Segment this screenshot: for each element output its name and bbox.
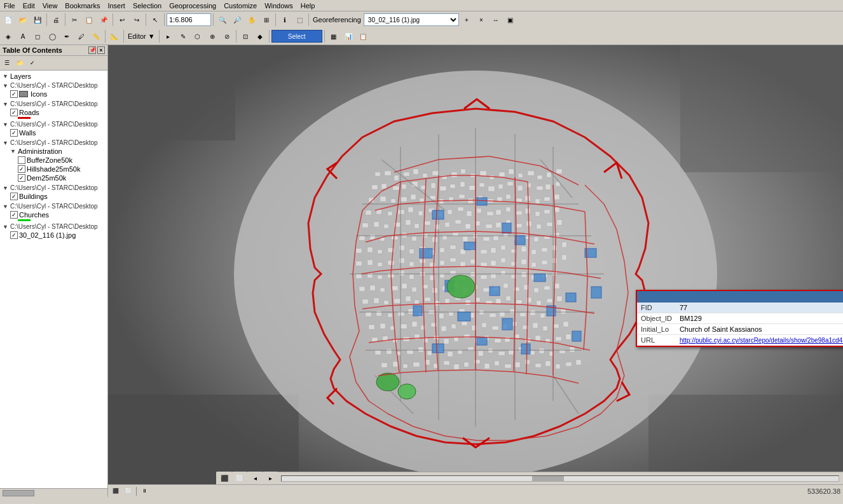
- status-btn-2[interactable]: ⬜: [123, 486, 134, 496]
- status-btn-1[interactable]: ⬛: [111, 486, 121, 496]
- draw-tool-3[interactable]: ◻: [31, 29, 45, 43]
- toc-hscroll[interactable]: [0, 488, 107, 497]
- chart-button[interactable]: 📊: [341, 29, 355, 43]
- menu-customize[interactable]: Customize: [220, 1, 261, 10]
- menu-edit[interactable]: Edit: [19, 1, 39, 10]
- pan-button[interactable]: ✋: [245, 13, 259, 27]
- popup-value-url[interactable]: http://public.cyi.ac.cy/starcRepo/detail…: [676, 335, 843, 346]
- group-path-4[interactable]: ▼ C:\Users\Cyl - STARC\Desktop: [0, 139, 107, 147]
- group-path-1[interactable]: ▼ C:\Users\Cyl - STARC\Desktop: [0, 81, 107, 90]
- draw-tool-4[interactable]: ◯: [45, 29, 59, 43]
- layer-hillshade[interactable]: Hillshade25m50k: [0, 165, 107, 174]
- group-path-5[interactable]: ▼ C:\Users\Cyl - STARC\Desktop: [0, 184, 107, 192]
- layer-walls[interactable]: Walls: [0, 128, 107, 137]
- map-zoom-prev[interactable]: ◂: [248, 472, 262, 486]
- map-area[interactable]: × FID 77 Object_ID BM129 Initial_Lo Chur…: [108, 45, 843, 497]
- edit-tool-4[interactable]: ⊕: [205, 29, 219, 43]
- menu-insert[interactable]: Insert: [104, 1, 129, 10]
- layer-walls-checkbox[interactable]: [10, 129, 18, 137]
- snap-tool[interactable]: ⊡: [238, 29, 252, 43]
- new-button[interactable]: 📄: [1, 13, 15, 27]
- toc-source-view[interactable]: 📁: [14, 57, 25, 69]
- menu-file[interactable]: File: [0, 1, 19, 10]
- edit-tool-2[interactable]: ✎: [176, 29, 190, 43]
- identify-button[interactable]: ℹ: [278, 13, 292, 27]
- menu-geoprocessing[interactable]: Geoprocessing: [165, 1, 220, 10]
- layer-buildings-checkbox[interactable]: [10, 193, 18, 200]
- draw-tool-1[interactable]: ◈: [1, 29, 15, 43]
- toc-close-button[interactable]: ×: [97, 46, 105, 54]
- toc-selection-view[interactable]: ✓: [27, 57, 38, 69]
- edit-tool-3[interactable]: ⬡: [191, 29, 205, 43]
- edit-tool-5[interactable]: ⊘: [220, 29, 234, 43]
- map-zoom-next[interactable]: ▸: [263, 472, 277, 486]
- layer-buildings[interactable]: Buildings: [0, 192, 107, 201]
- status-pause[interactable]: ⏸: [139, 486, 149, 496]
- georef-delete[interactable]: ×: [474, 13, 488, 27]
- active-tool-indicator[interactable]: Select: [271, 30, 322, 43]
- layer-dem-checkbox[interactable]: [18, 174, 25, 182]
- map-scrollbar[interactable]: [281, 475, 839, 482]
- draw-tool-6[interactable]: 🖊: [74, 29, 88, 43]
- save-button[interactable]: 💾: [31, 13, 45, 27]
- popup-url-link[interactable]: http://public.cyi.ac.cy/starcRepo/detail…: [680, 337, 843, 344]
- print-button[interactable]: 🖨: [49, 13, 63, 27]
- group-path-7[interactable]: ▼ C:\Users\Cyl - STARC\Desktop: [0, 222, 107, 231]
- draw-tool-2[interactable]: A: [16, 29, 30, 43]
- menu-selection[interactable]: Selection: [129, 1, 165, 10]
- zoom-out-button[interactable]: 🔎: [230, 13, 244, 27]
- layer-buffer-checkbox[interactable]: [18, 156, 25, 164]
- menu-bookmarks[interactable]: Bookmarks: [61, 1, 104, 10]
- scrollbar-thumb[interactable]: [532, 476, 564, 481]
- table-button[interactable]: ▦: [327, 29, 341, 43]
- edit-tool-1[interactable]: ▸: [161, 29, 175, 43]
- georef-rectify[interactable]: ▣: [504, 13, 517, 27]
- hscroll-thumb[interactable]: [3, 490, 34, 496]
- report-button[interactable]: 📋: [356, 29, 370, 43]
- scale-input[interactable]: [167, 13, 211, 26]
- toc-list-view[interactable]: ☰: [1, 57, 13, 69]
- georef-add[interactable]: +: [460, 13, 474, 27]
- draw-tool-7[interactable]: 📏: [89, 29, 103, 43]
- toc-pin-button[interactable]: 📌: [88, 46, 96, 54]
- layer-churches[interactable]: Churches: [0, 210, 107, 219]
- layer-buffer[interactable]: BufferZone50k: [0, 156, 107, 165]
- georef-combo[interactable]: 30_02_116 (1).jpg: [364, 13, 459, 26]
- layer-admin[interactable]: ▼ Administration: [0, 147, 107, 156]
- layer-icons-checkbox[interactable]: [10, 90, 18, 98]
- measure-tool[interactable]: 📐: [107, 29, 121, 43]
- layer-hillshade-checkbox[interactable]: [18, 165, 25, 173]
- map-btn-2[interactable]: ⬜: [233, 472, 247, 486]
- paste-button[interactable]: 📌: [97, 13, 111, 27]
- toc-content[interactable]: ▼ Layers ▼ C:\Users\Cyl - STARC\Desktop …: [0, 71, 107, 488]
- group-path-2[interactable]: ▼ C:\Users\Cyl - STARC\Desktop: [0, 100, 107, 108]
- cut-button[interactable]: ✂: [67, 13, 81, 27]
- full-extent-button[interactable]: ⊞: [259, 13, 273, 27]
- pointer-button[interactable]: ↖: [148, 13, 162, 27]
- menu-help[interactable]: Help: [297, 1, 319, 10]
- popup-titlebar[interactable]: ×: [637, 291, 843, 303]
- zoom-in-button[interactable]: 🔍: [216, 13, 230, 27]
- copy-button[interactable]: 📋: [82, 13, 96, 27]
- layer-jpeg[interactable]: 30_02_116 (1).jpg: [0, 231, 107, 240]
- group-path-6[interactable]: ▼ C:\Users\Cyl - STARC\Desktop: [0, 202, 107, 210]
- georef-fit[interactable]: ↔: [489, 13, 503, 27]
- layer-churches-checkbox[interactable]: [10, 211, 18, 219]
- layer-roads-checkbox[interactable]: [10, 109, 18, 116]
- vertex-tool[interactable]: ◆: [253, 29, 267, 43]
- layer-roads[interactable]: Roads: [0, 108, 107, 117]
- layer-icons[interactable]: Icons: [0, 90, 107, 99]
- menu-view[interactable]: View: [39, 1, 62, 10]
- select-button[interactable]: ⬚: [292, 13, 306, 27]
- menu-windows[interactable]: Windows: [261, 1, 297, 10]
- layer-dem[interactable]: Dem25m50k: [0, 174, 107, 182]
- open-button[interactable]: 📂: [16, 13, 30, 27]
- undo-button[interactable]: ↩: [115, 13, 129, 27]
- layer-jpeg-checkbox[interactable]: [10, 231, 18, 239]
- layers-root[interactable]: ▼ Layers: [0, 72, 107, 81]
- draw-tool-5[interactable]: ✒: [60, 29, 74, 43]
- map-btn-1[interactable]: ⬛: [217, 472, 231, 486]
- redo-button[interactable]: ↪: [130, 13, 144, 27]
- group-path-3[interactable]: ▼ C:\Users\Cyl - STARC\Desktop: [0, 120, 107, 128]
- svg-rect-160: [491, 261, 496, 266]
